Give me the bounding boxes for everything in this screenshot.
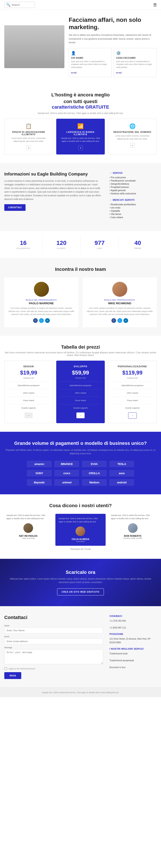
storage-arrow[interactable]: ∨ [26, 145, 31, 150]
twitter-icon-mike[interactable]: t [117, 318, 122, 323]
terms-checkbox[interactable] [4, 667, 7, 670]
market-item: Vita Senior [109, 213, 157, 216]
search-icon: 🔍 [6, 3, 10, 7]
about-desc: Quis aute irure dolor in reprehenderit i… [71, 60, 109, 69]
payment-description: Phasellus sed efficitur dolor. Id ultric… [4, 448, 157, 455]
testimonial-text-bob: Sample text. Click to select the text bo… [111, 514, 155, 520]
brand-binance-text: BINANCE [61, 462, 73, 466]
search-input[interactable] [11, 3, 33, 6]
pricing-card-personalizzazione: PERSONALIZZAZIONE $119,99 Empeso dal Spl… [108, 361, 157, 423]
plan-button-sviluppo[interactable]: → [76, 412, 85, 418]
brand-medium-text: Medium [89, 481, 99, 484]
download-button[interactable]: CREA UN SITO WEB GRATUITO [57, 588, 104, 595]
linkedin-icon-paolo[interactable]: in [45, 318, 50, 323]
facebook-icon-paolo[interactable]: f [33, 318, 38, 323]
plan-name-sviluppo: SVILUPPO [60, 365, 102, 368]
footer-text: Sample text. Click to select the text bo… [4, 691, 157, 694]
brand-medium: Medium [82, 479, 107, 486]
stat-number-classifica: 16 [6, 240, 40, 246]
menu-icon[interactable]: ☰ [153, 3, 157, 7]
name-input[interactable] [4, 627, 103, 633]
bandwidth-arrow[interactable]: ∨ [78, 145, 83, 150]
linkedin-icon-mike[interactable]: in [124, 318, 128, 323]
brand-unimed-text: unimed [62, 481, 71, 484]
avatar-image-bob [128, 523, 138, 533]
message-label: Message [4, 646, 103, 649]
testimonials-cards: Sample text. Click to select the text bo… [4, 514, 157, 546]
markets-list: Residenziale plurifamiliare Uso misto Os… [109, 203, 157, 219]
stat-casi: 977 CASI [81, 235, 119, 254]
servizi-1: Trasferimenti locali [109, 652, 157, 655]
plan-price-personalizzazione: $119,99 [111, 369, 153, 376]
submit-button[interactable]: INVIA [4, 672, 21, 679]
team-desc-mike: Cum sociis natoque penatibus et magnis d… [86, 307, 154, 316]
service-item: Appalti generali [109, 189, 157, 192]
domain-arrow[interactable]: ∨ [130, 143, 135, 148]
stat-label-clienti: CLIENTI [45, 247, 78, 249]
eagle-contact-button[interactable]: CONTATTACI [4, 204, 26, 211]
team-avatar-image-paolo [34, 282, 49, 297]
services-title: COSA FACCIAMO [116, 57, 154, 59]
email-input[interactable] [4, 638, 103, 644]
brand-asos-text: asos [119, 472, 125, 475]
plan-button-design[interactable]: → [25, 412, 33, 418]
hero-cards: 👤 CHI SIAMO Quis aute irure dolor in rep… [69, 48, 157, 78]
team-avatar-mike [112, 282, 127, 297]
testimonials-title: Cosa dicono i nostri utenti? [4, 503, 157, 508]
eagle-description: La nostra missione è creare partnership … [4, 179, 103, 201]
about-title: CHI SIAMO [71, 57, 109, 59]
brand-beyoutic-text: Beyoutic [34, 481, 45, 484]
storage-title: SPAZIO DI ARCHIVIAZIONE ILLIMITATO [8, 131, 50, 136]
stat-number-clienti: 120 [45, 240, 78, 246]
pricing-card-sviluppo: SVILUPPO $59,99 Empeso dal Splendidissim… [56, 361, 105, 423]
testimonial-name-nat: NAT REYNOLDS [6, 535, 50, 537]
twitter-icon-paolo[interactable]: t [39, 318, 44, 323]
hero-card-about: 👤 CHI SIAMO Quis aute irure dolor in rep… [69, 48, 112, 78]
contact-form-area: Contattaci Name Email Message I agree to… [4, 615, 103, 679]
plan-name-design: DESIGN [8, 365, 50, 368]
storage-icon: 📋 [8, 123, 50, 129]
plan-button-personalizzazione[interactable]: → [128, 412, 137, 419]
brand-beyoutic: Beyoutic [27, 479, 52, 486]
eagle-section: Informazioni su Eagle Building Company L… [0, 163, 161, 231]
navbar: 🔍 ☰ [0, 0, 161, 10]
brand-amazon: amazon [27, 461, 52, 467]
stat-number-casi: 977 [83, 240, 116, 246]
testimonial-bob: Sample text. Click to select the text bo… [109, 514, 157, 546]
about-link[interactable]: DI PIÙ [71, 72, 77, 74]
services-section-title: → SERVIZI [109, 172, 157, 174]
market-item: Residenziale plurifamiliare [109, 203, 157, 206]
about-icon: 👤 [71, 51, 109, 56]
contact-title: Contattaci [4, 615, 103, 620]
name-field: Name [4, 625, 103, 633]
service-item: Progetta/Costruisci [109, 186, 157, 189]
address: 121 Rock Street, 21 Avenue, New York, NY… [109, 637, 157, 644]
team-cards: Ruolo del professionista PAOLO MARRONE C… [4, 277, 157, 327]
team-avatar-image-mike [112, 282, 127, 297]
avatar-image-celia [76, 526, 85, 536]
plan-feature-3-design: Flussi rotanti [8, 399, 50, 402]
service-item: Gestione della costruzione [109, 192, 157, 195]
search-bar[interactable]: 🔍 [4, 2, 35, 8]
service-item: Design/Architettura [109, 182, 157, 186]
hosting-subtitle2: caratteristiche GRATUITE [4, 104, 157, 110]
plan-feature-1-design: Splendidissima progresso [8, 383, 50, 388]
plan-feature-4-sviluppo: Grande supporto [60, 406, 102, 410]
hero-card-services: ⚙️ COSA FACCIAMO Quis aute irure dolor i… [114, 48, 157, 78]
pricing-section: Tabella dei prezzi Vari truus commodo vi… [0, 336, 161, 432]
plan-feature-2-design: 100% rotante [8, 391, 50, 395]
testimonial-nat: Sample text. Click to select the text bo… [4, 514, 52, 546]
message-input[interactable] [4, 649, 103, 664]
team-card-paolo: Ruolo del professionista PAOLO MARRONE C… [4, 277, 78, 327]
markets-section-title: → MERCATI SERVITI [109, 198, 157, 201]
plan-feature-4-design: Grande supporto [8, 406, 50, 410]
brand-ev3a-text: EV3A [91, 462, 98, 466]
services-link[interactable]: DI PIÙ [116, 72, 122, 74]
servizi-3: Escursioni e tour [109, 665, 157, 669]
brand-crolla: CROLLA [82, 470, 107, 476]
facebook-icon-mike[interactable]: f [111, 318, 116, 323]
contact-info-area: CHIAMACI +1 (724) 391-891 +1 (526) 987-1… [109, 615, 157, 679]
testimonial-role-nat: Capo esecutivo [6, 537, 50, 539]
hosting-card-domain: 🌐 REGISTRAZIONE DEL DOMINIO Lorem ipsum … [108, 119, 157, 154]
brand-asos: asos [109, 470, 134, 476]
